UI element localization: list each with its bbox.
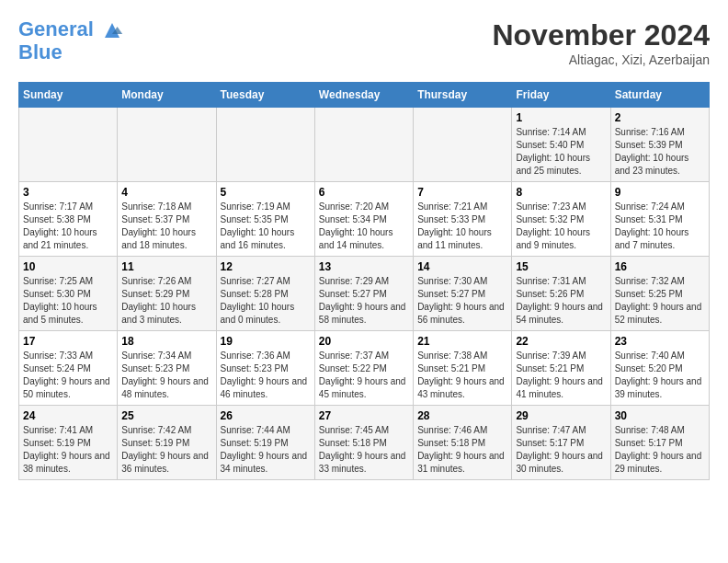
calendar-week-row: 10Sunrise: 7:25 AM Sunset: 5:30 PM Dayli… xyxy=(19,257,710,331)
month-title: November 2024 xyxy=(492,18,710,52)
calendar-cell: 10Sunrise: 7:25 AM Sunset: 5:30 PM Dayli… xyxy=(19,257,118,331)
calendar-cell: 27Sunrise: 7:45 AM Sunset: 5:18 PM Dayli… xyxy=(314,406,413,480)
day-info: Sunrise: 7:14 AM Sunset: 5:40 PM Dayligh… xyxy=(516,126,606,178)
day-info: Sunrise: 7:30 AM Sunset: 5:27 PM Dayligh… xyxy=(417,275,507,327)
calendar-cell: 16Sunrise: 7:32 AM Sunset: 5:25 PM Dayli… xyxy=(610,257,709,331)
calendar-cell: 22Sunrise: 7:39 AM Sunset: 5:21 PM Dayli… xyxy=(512,331,610,406)
calendar-cell: 8Sunrise: 7:23 AM Sunset: 5:32 PM Daylig… xyxy=(512,182,610,257)
calendar-table: SundayMondayTuesdayWednesdayThursdayFrid… xyxy=(18,82,710,480)
calendar-cell: 26Sunrise: 7:44 AM Sunset: 5:19 PM Dayli… xyxy=(216,406,314,480)
day-info: Sunrise: 7:45 AM Sunset: 5:18 PM Dayligh… xyxy=(319,424,409,476)
day-number: 6 xyxy=(319,186,409,199)
day-number: 3 xyxy=(23,186,113,199)
day-number: 10 xyxy=(23,260,113,273)
day-info: Sunrise: 7:26 AM Sunset: 5:29 PM Dayligh… xyxy=(121,275,211,327)
calendar-header-row: SundayMondayTuesdayWednesdayThursdayFrid… xyxy=(19,83,710,108)
calendar-cell: 23Sunrise: 7:40 AM Sunset: 5:20 PM Dayli… xyxy=(610,331,709,406)
day-info: Sunrise: 7:29 AM Sunset: 5:27 PM Dayligh… xyxy=(319,275,409,327)
logo-text: General xyxy=(18,18,123,41)
day-number: 24 xyxy=(23,409,113,422)
calendar-cell xyxy=(19,108,118,182)
calendar-cell: 1Sunrise: 7:14 AM Sunset: 5:40 PM Daylig… xyxy=(512,108,610,182)
day-info: Sunrise: 7:46 AM Sunset: 5:18 PM Dayligh… xyxy=(417,424,507,476)
day-info: Sunrise: 7:18 AM Sunset: 5:37 PM Dayligh… xyxy=(121,201,211,252)
day-number: 17 xyxy=(23,335,113,348)
day-info: Sunrise: 7:38 AM Sunset: 5:21 PM Dayligh… xyxy=(417,350,507,401)
calendar-cell: 25Sunrise: 7:42 AM Sunset: 5:19 PM Dayli… xyxy=(118,406,216,480)
calendar-cell: 17Sunrise: 7:33 AM Sunset: 5:24 PM Dayli… xyxy=(19,331,118,406)
calendar-cell: 6Sunrise: 7:20 AM Sunset: 5:34 PM Daylig… xyxy=(314,182,413,257)
day-number: 29 xyxy=(516,409,606,422)
day-info: Sunrise: 7:42 AM Sunset: 5:19 PM Dayligh… xyxy=(121,424,211,476)
calendar-cell: 29Sunrise: 7:47 AM Sunset: 5:17 PM Dayli… xyxy=(512,406,610,480)
calendar-week-row: 17Sunrise: 7:33 AM Sunset: 5:24 PM Dayli… xyxy=(19,331,710,406)
calendar-cell: 28Sunrise: 7:46 AM Sunset: 5:18 PM Dayli… xyxy=(414,406,512,480)
day-info: Sunrise: 7:40 AM Sunset: 5:20 PM Dayligh… xyxy=(615,350,705,401)
day-info: Sunrise: 7:23 AM Sunset: 5:32 PM Dayligh… xyxy=(516,201,606,252)
day-number: 27 xyxy=(319,409,409,422)
logo-icon xyxy=(101,19,123,41)
day-number: 19 xyxy=(221,335,311,348)
logo-line2: Blue xyxy=(18,41,123,63)
day-info: Sunrise: 7:44 AM Sunset: 5:19 PM Dayligh… xyxy=(221,424,311,476)
calendar-cell: 11Sunrise: 7:26 AM Sunset: 5:29 PM Dayli… xyxy=(118,257,216,331)
day-number: 1 xyxy=(516,111,606,124)
day-info: Sunrise: 7:39 AM Sunset: 5:21 PM Dayligh… xyxy=(516,350,606,401)
day-info: Sunrise: 7:33 AM Sunset: 5:24 PM Dayligh… xyxy=(23,350,113,401)
calendar-cell: 30Sunrise: 7:48 AM Sunset: 5:17 PM Dayli… xyxy=(610,406,709,480)
day-info: Sunrise: 7:21 AM Sunset: 5:33 PM Dayligh… xyxy=(417,201,507,252)
day-number: 2 xyxy=(615,111,705,124)
day-number: 21 xyxy=(417,335,507,348)
day-info: Sunrise: 7:36 AM Sunset: 5:23 PM Dayligh… xyxy=(221,350,311,401)
day-info: Sunrise: 7:16 AM Sunset: 5:39 PM Dayligh… xyxy=(615,126,705,178)
calendar-cell: 2Sunrise: 7:16 AM Sunset: 5:39 PM Daylig… xyxy=(610,108,709,182)
col-header-wednesday: Wednesday xyxy=(314,83,413,108)
day-info: Sunrise: 7:17 AM Sunset: 5:38 PM Dayligh… xyxy=(23,201,113,252)
day-number: 25 xyxy=(121,409,211,422)
day-number: 18 xyxy=(121,335,211,348)
col-header-saturday: Saturday xyxy=(610,83,709,108)
day-number: 7 xyxy=(417,186,507,199)
day-number: 28 xyxy=(417,409,507,422)
calendar-cell: 21Sunrise: 7:38 AM Sunset: 5:21 PM Dayli… xyxy=(414,331,512,406)
col-header-monday: Monday xyxy=(118,83,216,108)
calendar-week-row: 3Sunrise: 7:17 AM Sunset: 5:38 PM Daylig… xyxy=(19,182,710,257)
title-block: November 2024 Altiagac, Xizi, Azerbaijan xyxy=(492,18,710,67)
day-number: 16 xyxy=(615,260,705,273)
calendar-cell: 7Sunrise: 7:21 AM Sunset: 5:33 PM Daylig… xyxy=(414,182,512,257)
col-header-tuesday: Tuesday xyxy=(216,83,314,108)
day-number: 5 xyxy=(221,186,311,199)
calendar-cell: 18Sunrise: 7:34 AM Sunset: 5:23 PM Dayli… xyxy=(118,331,216,406)
day-info: Sunrise: 7:25 AM Sunset: 5:30 PM Dayligh… xyxy=(23,275,113,327)
day-info: Sunrise: 7:19 AM Sunset: 5:35 PM Dayligh… xyxy=(221,201,311,252)
col-header-friday: Friday xyxy=(512,83,610,108)
col-header-sunday: Sunday xyxy=(19,83,118,108)
day-number: 12 xyxy=(221,260,311,273)
day-number: 23 xyxy=(615,335,705,348)
day-info: Sunrise: 7:48 AM Sunset: 5:17 PM Dayligh… xyxy=(615,424,705,476)
day-info: Sunrise: 7:24 AM Sunset: 5:31 PM Dayligh… xyxy=(615,201,705,252)
day-number: 13 xyxy=(319,260,409,273)
col-header-thursday: Thursday xyxy=(414,83,512,108)
calendar-cell: 20Sunrise: 7:37 AM Sunset: 5:22 PM Dayli… xyxy=(314,331,413,406)
logo: General Blue xyxy=(18,18,123,63)
page-header: General Blue November 2024 Altiagac, Xiz… xyxy=(18,18,710,67)
calendar-cell: 14Sunrise: 7:30 AM Sunset: 5:27 PM Dayli… xyxy=(414,257,512,331)
calendar-week-row: 24Sunrise: 7:41 AM Sunset: 5:19 PM Dayli… xyxy=(19,406,710,480)
day-number: 15 xyxy=(516,260,606,273)
calendar-cell: 19Sunrise: 7:36 AM Sunset: 5:23 PM Dayli… xyxy=(216,331,314,406)
day-info: Sunrise: 7:31 AM Sunset: 5:26 PM Dayligh… xyxy=(516,275,606,327)
day-number: 20 xyxy=(319,335,409,348)
day-info: Sunrise: 7:20 AM Sunset: 5:34 PM Dayligh… xyxy=(319,201,409,252)
calendar-cell xyxy=(118,108,216,182)
day-number: 4 xyxy=(121,186,211,199)
calendar-cell: 24Sunrise: 7:41 AM Sunset: 5:19 PM Dayli… xyxy=(19,406,118,480)
calendar-cell: 12Sunrise: 7:27 AM Sunset: 5:28 PM Dayli… xyxy=(216,257,314,331)
calendar-week-row: 1Sunrise: 7:14 AM Sunset: 5:40 PM Daylig… xyxy=(19,108,710,182)
day-number: 22 xyxy=(516,335,606,348)
day-number: 26 xyxy=(221,409,311,422)
day-info: Sunrise: 7:37 AM Sunset: 5:22 PM Dayligh… xyxy=(319,350,409,401)
day-number: 9 xyxy=(615,186,705,199)
calendar-cell: 9Sunrise: 7:24 AM Sunset: 5:31 PM Daylig… xyxy=(610,182,709,257)
calendar-cell: 15Sunrise: 7:31 AM Sunset: 5:26 PM Dayli… xyxy=(512,257,610,331)
